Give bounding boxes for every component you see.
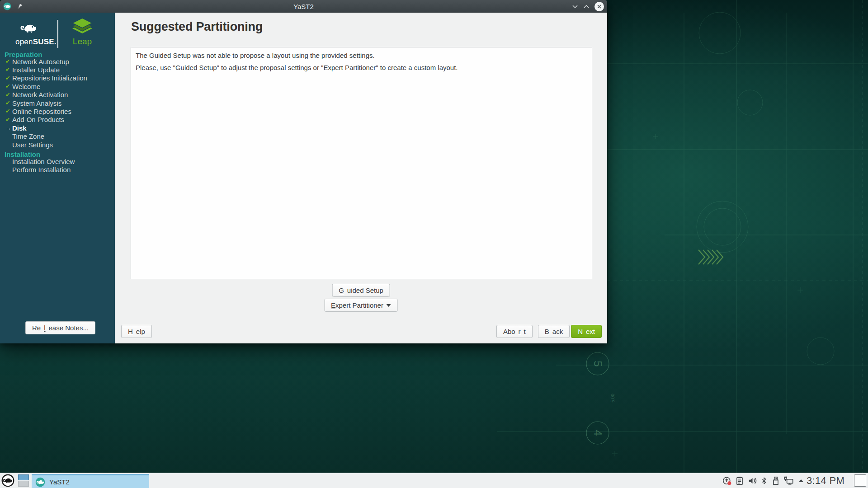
- network-icon[interactable]: [783, 476, 794, 486]
- wizard-content: Suggested Partitioning The Guided Setup …: [115, 13, 607, 343]
- step-installation-overview: Installation Overview: [0, 157, 115, 165]
- minimize-icon[interactable]: [572, 5, 578, 9]
- message-line: Please, use "Guided Setup" to adjust the…: [131, 64, 592, 71]
- show-desktop-button[interactable]: [854, 474, 866, 487]
- leap-diamond-icon: [72, 18, 93, 34]
- leap-logo: Leap: [68, 18, 97, 47]
- launcher-opensuse-icon[interactable]: [1, 474, 14, 487]
- step-network-autosetup: Network Autosetup: [0, 57, 115, 66]
- pager-desktop-1[interactable]: [18, 474, 29, 480]
- leap-wordmark: Leap: [68, 37, 97, 47]
- step-perform-installation: Perform Installation: [0, 166, 115, 174]
- message-line: The Guided Setup was not able to propose…: [131, 52, 592, 59]
- maximize-icon[interactable]: [583, 5, 590, 9]
- bluetooth-icon[interactable]: [760, 476, 768, 486]
- step-user-settings: User Settings: [0, 141, 115, 149]
- check-icon: [5, 59, 12, 65]
- opensuse-wordmark: openSUSE.: [15, 38, 54, 47]
- expert-partitioner-button[interactable]: Expert Partitioner: [324, 299, 398, 312]
- brand-divider: [57, 20, 58, 48]
- help-button[interactable]: Help: [121, 325, 152, 338]
- step-online-repositories: Online Repositories: [0, 107, 115, 115]
- yast2-window: YaST2: [0, 0, 607, 343]
- expand-tray-icon[interactable]: [797, 477, 805, 485]
- pager-desktop-2[interactable]: [18, 481, 29, 487]
- release-notes-button[interactable]: Release Notes...: [25, 321, 95, 334]
- check-icon: [5, 108, 12, 114]
- usb-device-icon[interactable]: [771, 476, 781, 486]
- page-title: Suggested Partitioning: [131, 20, 263, 34]
- check-icon: [5, 75, 12, 81]
- section-installation: Installation: [0, 149, 115, 157]
- step-welcome: Welcome: [0, 82, 115, 90]
- svg-text:5: 5: [592, 361, 604, 366]
- virtual-desktop-pager[interactable]: [18, 474, 29, 487]
- close-icon[interactable]: [594, 2, 604, 11]
- abort-button[interactable]: Abort: [496, 325, 533, 338]
- step-time-zone: Time Zone: [0, 132, 115, 141]
- opensuse-chameleon-icon: [17, 18, 52, 35]
- back-button[interactable]: Back: [538, 325, 570, 338]
- step-repositories-initialization: Repositories Initialization: [0, 74, 115, 82]
- svg-text:5.00: 5.00: [610, 394, 615, 403]
- taskbar-task-yast2[interactable]: YaST2: [32, 474, 149, 488]
- software-updates-icon[interactable]: [722, 476, 732, 486]
- desktop: 5 4 5.00: [0, 0, 868, 488]
- opensuse-logo: openSUSE.: [15, 18, 54, 47]
- check-icon: [5, 117, 12, 123]
- chevron-down-icon: [387, 304, 391, 307]
- step-installer-update: Installer Update: [0, 66, 115, 74]
- current-arrow-icon: [5, 125, 12, 131]
- clipboard-icon[interactable]: [735, 476, 745, 486]
- next-button[interactable]: Next: [571, 325, 602, 338]
- titlebar[interactable]: YaST2: [0, 0, 607, 13]
- installer-sidebar: openSUSE. Leap Preparation Network: [0, 13, 115, 343]
- check-icon: [5, 92, 12, 98]
- proposal-message-box: The Guided Setup was not able to propose…: [131, 47, 592, 279]
- task-label: YaST2: [49, 478, 70, 486]
- svg-text:4: 4: [592, 430, 604, 436]
- step-disk: Disk: [0, 124, 115, 132]
- taskbar-clock[interactable]: 3:14 PM: [807, 473, 844, 488]
- installer-steps: Preparation Network Autosetup Installer …: [0, 49, 115, 174]
- branding: openSUSE. Leap: [0, 16, 115, 52]
- check-icon: [5, 67, 12, 73]
- step-network-activation: Network Activation: [0, 91, 115, 99]
- window-title: YaST2: [0, 3, 607, 10]
- step-add-on-products: Add-On Products: [0, 116, 115, 124]
- volume-icon[interactable]: [747, 476, 757, 486]
- taskbar: YaST2: [0, 473, 868, 488]
- check-icon: [5, 84, 12, 89]
- step-system-analysis: System Analysis: [0, 99, 115, 107]
- guided-setup-button[interactable]: Guided Setup: [332, 284, 390, 297]
- check-icon: [5, 100, 12, 106]
- section-preparation: Preparation: [0, 49, 115, 57]
- yast-chameleon-icon: [35, 477, 45, 487]
- wizard-footer-buttons: Abort Back Next: [496, 325, 602, 338]
- system-tray: [722, 473, 805, 488]
